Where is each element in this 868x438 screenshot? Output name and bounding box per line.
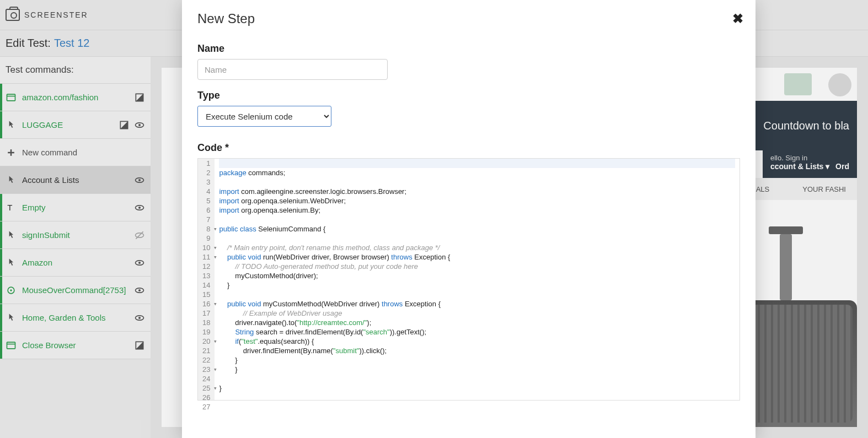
name-input[interactable] bbox=[197, 59, 388, 80]
new-step-modal: ✖ New Step Name Type Execute Selenium co… bbox=[182, 0, 756, 438]
code-editor[interactable]: 1234567891011121314151617181920212223242… bbox=[197, 158, 740, 401]
code-label: Code * bbox=[197, 142, 740, 154]
type-select[interactable]: Execute Selenium code bbox=[197, 106, 331, 127]
name-label: Name bbox=[197, 43, 740, 55]
close-icon[interactable]: ✖ bbox=[732, 11, 743, 26]
type-label: Type bbox=[197, 90, 740, 101]
modal-title: New Step bbox=[197, 11, 740, 26]
